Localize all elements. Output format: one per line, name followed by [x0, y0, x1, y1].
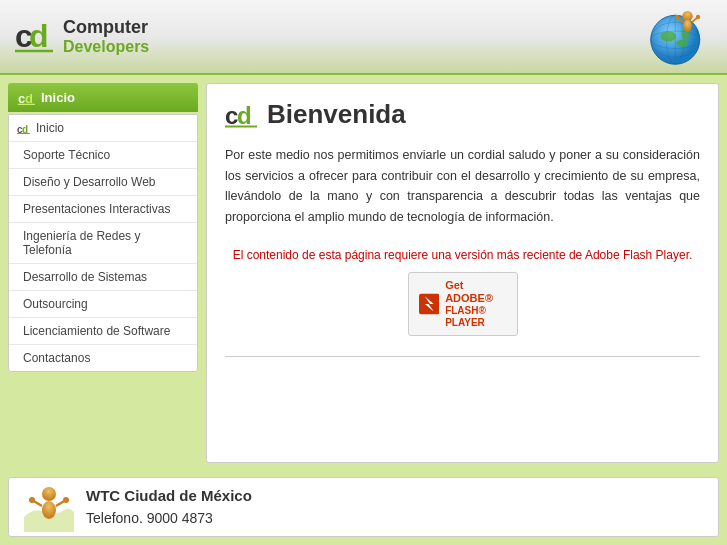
content-body: Por este medio nos permitimos enviarle u…	[225, 145, 700, 228]
svg-point-8	[660, 31, 676, 42]
svg-point-33	[63, 497, 69, 503]
footer-text: WTC Ciudad de México Telefono. 9000 4873	[86, 485, 252, 529]
svg-text:d: d	[25, 91, 33, 105]
header-logo: c d Computer Developers	[15, 17, 149, 57]
svg-text:d: d	[237, 102, 252, 128]
nav-label-ingenieria: Ingeniería de Redes y Telefonía	[23, 229, 187, 257]
globe-decoration	[637, 0, 717, 75]
nav-cd-logo-icon: c d	[17, 123, 31, 134]
content-divider	[225, 356, 700, 357]
nav-label-licenciamiento: Licenciamiento de Software	[23, 324, 170, 338]
nav-label-diseno: Diseño y Desarrollo Web	[23, 175, 156, 189]
sidebar-header-label: Inicio	[41, 90, 75, 105]
nav-item-desarrollo[interactable]: Desarrollo de Sistemas	[9, 264, 197, 291]
nav-item-presentaciones[interactable]: Presentaciones Interactivas	[9, 196, 197, 223]
content-cd-logo-icon: c d	[225, 102, 259, 128]
flash-notice: El contenido de esta página requiere una…	[225, 248, 700, 262]
nav-item-inicio[interactable]: c d Inicio	[9, 115, 197, 142]
flash-product-label: FLASH® PLAYER	[445, 305, 506, 329]
svg-point-9	[676, 39, 688, 46]
svg-text:d: d	[29, 18, 49, 54]
sidebar: c d Inicio c d Inicio Soporte Técnico Di…	[8, 83, 198, 463]
svg-point-16	[696, 14, 700, 18]
cd-logo-icon: c d	[15, 17, 55, 57]
sidebar-header: c d Inicio	[8, 83, 198, 112]
content-title-row: c d Bienvenida	[225, 99, 700, 130]
footer-phone: Telefono. 9000 4873	[86, 508, 252, 529]
svg-point-29	[42, 501, 56, 519]
nav-label-desarrollo: Desarrollo de Sistemas	[23, 270, 147, 284]
footer-figure-icon	[24, 482, 74, 532]
sidebar-nav: c d Inicio Soporte Técnico Diseño y Desa…	[8, 114, 198, 372]
flash-brand-label: ADOBE®	[445, 292, 493, 304]
flash-player-label: Get ADOBE® FLASH® PLAYER	[445, 279, 506, 329]
nav-item-contactanos[interactable]: Contactanos	[9, 345, 197, 371]
svg-point-32	[29, 497, 35, 503]
logo-developers: Developers	[63, 38, 149, 56]
nav-label-outsourcing: Outsourcing	[23, 297, 88, 311]
nav-label-inicio: Inicio	[36, 121, 64, 135]
nav-item-diseno[interactable]: Diseño y Desarrollo Web	[9, 169, 197, 196]
nav-item-soporte[interactable]: Soporte Técnico	[9, 142, 197, 169]
sidebar-cd-logo: c d	[18, 91, 36, 105]
svg-point-12	[683, 19, 692, 31]
svg-point-28	[42, 487, 56, 501]
nav-item-outsourcing[interactable]: Outsourcing	[9, 291, 197, 318]
nav-label-presentaciones: Presentaciones Interactivas	[23, 202, 170, 216]
header: c d Computer Developers	[0, 0, 727, 75]
main-wrapper: c d Inicio c d Inicio Soporte Técnico Di…	[0, 75, 727, 471]
footer-company: WTC Ciudad de México	[86, 487, 252, 504]
globe-icon	[642, 3, 712, 73]
svg-rect-26	[419, 293, 440, 314]
nav-item-licenciamiento[interactable]: Licenciamiento de Software	[9, 318, 197, 345]
content-title: Bienvenida	[267, 99, 406, 130]
footer-banner: WTC Ciudad de México Telefono. 9000 4873	[8, 477, 719, 537]
nav-label-contactanos: Contactanos	[23, 351, 90, 365]
content-area: c d Bienvenida Por este medio nos permit…	[206, 83, 719, 463]
nav-label-soporte: Soporte Técnico	[23, 148, 110, 162]
get-flash-player-button[interactable]: Get ADOBE® FLASH® PLAYER	[408, 272, 518, 336]
svg-text:d: d	[22, 124, 28, 134]
flash-player-icon	[419, 290, 440, 318]
flash-get-label: Get	[445, 279, 463, 291]
logo-computer: Computer	[63, 18, 149, 38]
nav-item-ingenieria[interactable]: Ingeniería de Redes y Telefonía	[9, 223, 197, 264]
svg-point-15	[675, 14, 679, 18]
logo-text: Computer Developers	[63, 18, 149, 55]
